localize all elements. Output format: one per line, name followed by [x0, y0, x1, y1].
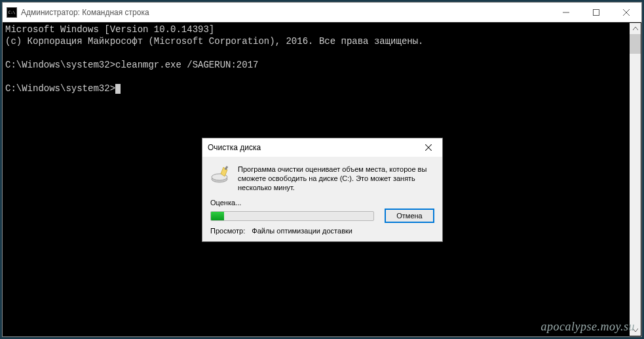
cursor [115, 84, 121, 94]
chevron-up-icon [633, 27, 638, 30]
console-line: (c) Корпорация Майкрософт (Microsoft Cor… [5, 36, 424, 47]
view-row: Просмотр: Файлы оптимизации доставки [210, 227, 434, 235]
status-label: Оценка... [210, 199, 434, 207]
close-icon [425, 144, 432, 151]
progress-bar [210, 211, 374, 221]
close-button[interactable] [611, 3, 641, 22]
console-line: C:\Windows\system32> [5, 83, 115, 94]
scrollbar-thumb[interactable] [630, 34, 641, 54]
view-value: Файлы оптимизации доставки [252, 227, 352, 235]
console-line: Microsoft Windows [Version 10.0.14393] [5, 24, 214, 35]
dialog-close-button[interactable] [420, 140, 437, 155]
window-title: Администратор: Командная строка [21, 8, 551, 17]
minimize-icon [563, 9, 569, 16]
dialog-message-row: Программа очистки оценивает объем места,… [210, 165, 434, 192]
scrollbar-up-button[interactable] [630, 23, 641, 34]
dialog-body: Программа очистки оценивает объем места,… [202, 157, 442, 241]
disk-cleanup-dialog: Очистка диска Программа очистки оценивае… [202, 138, 443, 242]
cancel-button[interactable]: Отмена [385, 209, 434, 223]
scrollbar-vertical[interactable] [630, 23, 641, 336]
dialog-titlebar[interactable]: Очистка диска [202, 138, 442, 157]
svg-rect-1 [594, 9, 599, 15]
progress-fill [211, 212, 224, 220]
maximize-button[interactable] [581, 3, 611, 22]
close-icon [623, 9, 630, 16]
console-line: C:\Windows\system32>cleanmgr.exe /SAGERU… [5, 60, 258, 70]
cmd-icon [7, 7, 17, 18]
disk-cleanup-icon [210, 165, 231, 186]
dialog-message: Программа очистки оценивает объем места,… [238, 165, 434, 192]
maximize-icon [593, 9, 599, 16]
view-label: Просмотр: [210, 227, 245, 235]
progress-row: Отмена [210, 209, 434, 223]
dialog-title: Очистка диска [208, 143, 420, 152]
titlebar[interactable]: Администратор: Командная строка [3, 3, 641, 22]
minimize-button[interactable] [551, 3, 581, 22]
watermark: apocalypse.moy.su [541, 320, 635, 334]
window-controls [551, 3, 641, 22]
